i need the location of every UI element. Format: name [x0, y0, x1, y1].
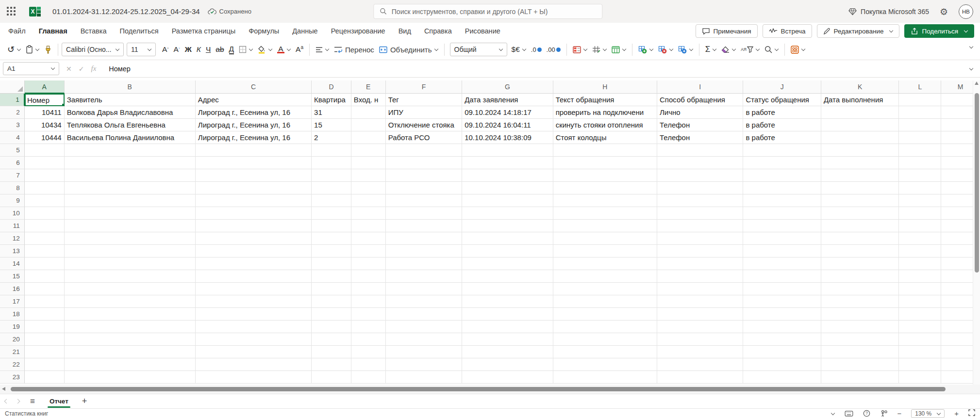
row-header-11[interactable]: 11 — [0, 220, 25, 232]
cell-L9[interactable] — [899, 194, 941, 207]
scroll-left-arrow-icon[interactable] — [2, 387, 5, 391]
data-types-button[interactable] — [788, 44, 808, 56]
row-header-15[interactable]: 15 — [0, 270, 25, 283]
cell-B21[interactable] — [65, 346, 196, 358]
cell-K23[interactable] — [821, 371, 899, 384]
cell-K17[interactable] — [821, 295, 899, 308]
cell-A22[interactable] — [25, 358, 65, 371]
cell-F21[interactable] — [386, 346, 463, 358]
cell-E20[interactable] — [351, 333, 386, 346]
cell-E11[interactable] — [351, 220, 386, 232]
cell-B16[interactable] — [65, 283, 196, 295]
cell-C22[interactable] — [196, 358, 312, 371]
cell-H14[interactable] — [553, 257, 657, 270]
cell-G2[interactable]: 09.10.2024 14:18:17 — [462, 106, 553, 119]
cell-I16[interactable] — [657, 283, 743, 295]
cell-J19[interactable] — [743, 321, 821, 333]
row-header-1[interactable]: 1 — [0, 94, 25, 106]
cell-F4[interactable]: Работа РСО — [386, 131, 463, 144]
cell-C19[interactable] — [196, 321, 312, 333]
formula-input[interactable]: Номер — [109, 65, 131, 73]
cell-J2[interactable]: в работе — [743, 106, 821, 119]
cell-C23[interactable] — [196, 371, 312, 384]
select-all-corner[interactable] — [0, 80, 25, 94]
cell-J3[interactable]: в работе — [743, 119, 821, 131]
vertical-scrollbar[interactable] — [973, 80, 980, 385]
name-box[interactable]: A1 — [3, 62, 59, 75]
column-header-L[interactable]: L — [899, 80, 941, 94]
cell-G8[interactable] — [462, 182, 553, 194]
column-header-I[interactable]: I — [657, 80, 743, 94]
menu-tab-Поделиться[interactable]: Поделиться — [120, 27, 159, 35]
cell-H17[interactable] — [553, 295, 657, 308]
column-header-F[interactable]: F — [386, 80, 463, 94]
workbook-title[interactable]: 01.01.2024-31.12.2024-25.12.2025_04-29-3… — [52, 7, 200, 16]
cell-D3[interactable]: 15 — [312, 119, 351, 131]
row-header-6[interactable]: 6 — [0, 157, 25, 169]
cell-H22[interactable] — [553, 358, 657, 371]
cell-F23[interactable] — [386, 371, 463, 384]
cell-L11[interactable] — [899, 220, 941, 232]
cell-L5[interactable] — [899, 144, 941, 157]
cell-H7[interactable] — [553, 169, 657, 182]
cell-G10[interactable] — [462, 207, 553, 220]
confirm-entry-icon[interactable]: ✓ — [79, 65, 84, 73]
cell-I18[interactable] — [657, 308, 743, 321]
font-name-select[interactable]: Calibri (Осно... — [62, 43, 124, 56]
row-header-21[interactable]: 21 — [0, 346, 25, 358]
cell-L20[interactable] — [899, 333, 941, 346]
cell-F10[interactable] — [386, 207, 463, 220]
previous-sheet-arrow-icon[interactable] — [4, 399, 9, 404]
cell-D12[interactable] — [312, 232, 351, 245]
insert-cells-button[interactable] — [636, 44, 656, 56]
status-chevron-down-icon[interactable] — [831, 411, 835, 415]
cell-D1[interactable]: Квартира — [312, 94, 351, 106]
cell-I2[interactable]: Лично — [657, 106, 743, 119]
cell-K16[interactable] — [821, 283, 899, 295]
cell-J9[interactable] — [743, 194, 821, 207]
cell-L16[interactable] — [899, 283, 941, 295]
cell-I10[interactable] — [657, 207, 743, 220]
cell-J22[interactable] — [743, 358, 821, 371]
cell-I1[interactable]: Способ обращения — [657, 94, 743, 106]
cell-E7[interactable] — [351, 169, 386, 182]
cell-H15[interactable] — [553, 270, 657, 283]
cell-L21[interactable] — [899, 346, 941, 358]
cell-A7[interactable] — [25, 169, 65, 182]
shrink-font-button[interactable]: Аˇ — [171, 43, 182, 56]
cell-K1[interactable]: Дата выполнения — [821, 94, 899, 106]
column-header-B[interactable]: B — [65, 80, 196, 94]
menu-tab-Вставка[interactable]: Вставка — [81, 27, 107, 35]
cell-H11[interactable] — [553, 220, 657, 232]
cell-D9[interactable] — [312, 194, 351, 207]
cell-A14[interactable] — [25, 257, 65, 270]
cell-D13[interactable] — [312, 245, 351, 257]
cell-A2[interactable]: 10411 — [25, 106, 65, 119]
cell-L3[interactable] — [899, 119, 941, 131]
cell-E2[interactable] — [351, 106, 386, 119]
cell-B12[interactable] — [65, 232, 196, 245]
cell-E23[interactable] — [351, 371, 386, 384]
cell-G13[interactable] — [462, 245, 553, 257]
cell-I15[interactable] — [657, 270, 743, 283]
help-icon[interactable]: ? — [863, 410, 870, 417]
zoom-out-button[interactable]: − — [897, 409, 901, 418]
cell-I13[interactable] — [657, 245, 743, 257]
cell-F12[interactable] — [386, 232, 463, 245]
cell-H2[interactable]: проверить на подключени — [553, 106, 657, 119]
cell-K6[interactable] — [821, 157, 899, 169]
cell-D10[interactable] — [312, 207, 351, 220]
cell-E17[interactable] — [351, 295, 386, 308]
cell-L14[interactable] — [899, 257, 941, 270]
cell-E21[interactable] — [351, 346, 386, 358]
row-header-20[interactable]: 20 — [0, 333, 25, 346]
cell-J4[interactable]: в работе — [743, 131, 821, 144]
cell-C7[interactable] — [196, 169, 312, 182]
menu-tab-Формулы[interactable]: Формулы — [249, 27, 279, 35]
menu-tab-Файл[interactable]: Файл — [8, 27, 26, 35]
cell-F11[interactable] — [386, 220, 463, 232]
cell-J1[interactable]: Статус обращения — [743, 94, 821, 106]
cell-I7[interactable] — [657, 169, 743, 182]
number-format-select[interactable]: Общий — [450, 43, 507, 56]
paste-button[interactable] — [23, 43, 42, 56]
